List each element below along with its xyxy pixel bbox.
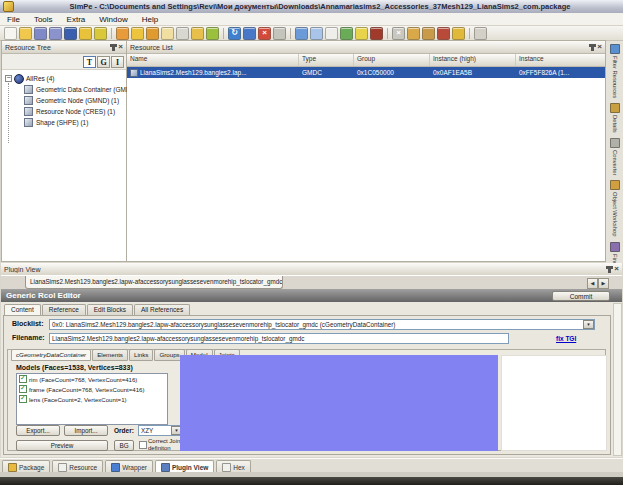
gray-x-icon[interactable]: × — [392, 27, 405, 40]
wand-icon[interactable] — [422, 27, 435, 40]
column-header[interactable]: Instance — [516, 54, 605, 66]
save-icon[interactable] — [34, 27, 47, 40]
sim-browser-icon[interactable] — [243, 27, 256, 40]
resource-tree-title: Resource Tree — [5, 44, 109, 51]
resource-type: GMDC — [299, 69, 354, 76]
dark-red-icon[interactable] — [370, 27, 383, 40]
correct-joint-checkbox[interactable] — [139, 441, 147, 449]
clipboard-icon[interactable] — [295, 27, 308, 40]
close-icon[interactable]: × — [614, 265, 619, 273]
tree-root-label: AllRes (4) — [26, 75, 55, 82]
gmdc-tab[interactable]: Links — [129, 349, 153, 361]
page-blue-icon[interactable] — [310, 27, 323, 40]
resource-group: 0x1C050000 — [354, 69, 430, 76]
refresh-icon[interactable]: ↻ — [228, 27, 241, 40]
package-orange-icon[interactable] — [146, 27, 159, 40]
package-pale-icon[interactable] — [161, 27, 174, 40]
column-header[interactable]: Name — [127, 54, 299, 66]
pin-icon[interactable] — [591, 44, 594, 51]
box-red-icon[interactable] — [437, 27, 450, 40]
toolbar-separator[interactable] — [387, 28, 388, 39]
toolbar-separator[interactable] — [469, 28, 470, 39]
tab-scroll-right-icon[interactable]: ▶ — [598, 278, 609, 289]
preview-button[interactable]: Preview — [16, 440, 108, 451]
pin-icon[interactable] — [112, 44, 115, 51]
delete-icon[interactable]: × — [258, 27, 271, 40]
save-as-icon[interactable] — [49, 27, 62, 40]
model-row[interactable]: rim (FaceCount=768, VertexCount=416) — [17, 374, 167, 384]
page-white-icon[interactable] — [325, 27, 338, 40]
order-label: Order: — [114, 427, 134, 434]
content-tab[interactable]: Reference — [42, 304, 86, 315]
folder-add-icon[interactable] — [94, 27, 107, 40]
plugin-view-document-tab[interactable]: LianaSims2.Mesh129.bangles2.lapw-afacces… — [25, 276, 283, 289]
expander-icon[interactable]: − — [5, 75, 12, 82]
open-file-icon[interactable] — [19, 27, 32, 40]
tree-filter-button[interactable]: G — [97, 56, 110, 68]
tab-scroll-left-icon[interactable]: ◀ — [587, 278, 598, 289]
model-row[interactable]: frame (FaceCount=768, VertexCount=416) — [17, 384, 167, 394]
tree-root-allres[interactable]: − AllRes (4) — [2, 73, 126, 84]
box-green-icon[interactable] — [206, 27, 219, 40]
side-tab-icon — [610, 180, 620, 190]
resource-type-icon — [24, 85, 33, 94]
gmdc-tab[interactable]: Elements — [92, 349, 128, 361]
close-icon[interactable]: × — [118, 43, 123, 51]
fix-tgi-link[interactable]: fix TGI — [556, 335, 576, 342]
table-green-icon[interactable] — [340, 27, 353, 40]
model-preview-area[interactable] — [180, 355, 498, 451]
tree-filter-buttons: TGI — [2, 54, 126, 70]
export-button[interactable]: Export... — [16, 425, 60, 436]
column-header[interactable]: Type — [299, 54, 354, 66]
resource-tree-panel: Resource Tree × TGI − AllRes (4) Geometr… — [1, 40, 127, 262]
open-web-icon[interactable] — [64, 27, 77, 40]
menu-item[interactable]: Extra — [60, 15, 93, 24]
blocklist-dropdown-icon[interactable]: ▼ — [583, 320, 594, 329]
folder-people-icon[interactable] — [407, 27, 420, 40]
content-tab[interactable]: Content — [4, 304, 41, 315]
column-header[interactable]: Instance (high) — [430, 54, 516, 66]
model-row[interactable]: lens (FaceCount=2, VertexCount=1) — [17, 394, 167, 404]
content-tab[interactable]: Edit Blocks — [87, 304, 133, 315]
side-tab-icon — [610, 103, 620, 113]
blocklist-combo[interactable]: 0x0: LianaSims2.Mesh129.bangles2.lapw-af… — [49, 319, 595, 330]
tree-item[interactable]: Shape (SHPE) (1) — [2, 117, 126, 128]
tree-item[interactable]: Geometric Data Container (GMDC) (1) — [2, 84, 126, 95]
tree-item[interactable]: Geometric Node (GMND) (1) — [2, 95, 126, 106]
side-tab-icon — [610, 44, 620, 54]
menu-item[interactable]: Tools — [27, 15, 60, 24]
disabled-tool-icon[interactable] — [474, 27, 487, 40]
toolbar-separator[interactable] — [290, 28, 291, 39]
box-yellow-icon[interactable] — [452, 27, 465, 40]
pin-icon[interactable] — [608, 266, 611, 273]
content-tab[interactable]: All References — [134, 304, 190, 315]
bulb-icon[interactable] — [355, 27, 368, 40]
menu-item[interactable]: Help — [135, 15, 165, 24]
diamond-icon[interactable] — [273, 27, 286, 40]
plugin-view-scrollbar[interactable] — [613, 303, 622, 456]
toolbar-separator[interactable] — [111, 28, 112, 39]
package-icon[interactable] — [116, 27, 129, 40]
menu-item[interactable]: File — [0, 15, 27, 24]
tree-item[interactable]: Resource Node (CRES) (1) — [2, 106, 126, 117]
model-checkbox[interactable] — [19, 375, 27, 383]
close-icon[interactable]: × — [597, 43, 602, 51]
package-gold-icon[interactable] — [191, 27, 204, 40]
column-header[interactable]: Group — [354, 54, 430, 66]
model-checkbox[interactable] — [19, 385, 27, 393]
tree-filter-button[interactable]: T — [83, 56, 96, 68]
resource-row-selected[interactable]: LianaSims2.Mesh129.bangles2.lap... GMDC … — [127, 67, 605, 78]
package-yellow-icon[interactable] — [131, 27, 144, 40]
gmdc-tab[interactable]: cGeometryDataContainer — [11, 349, 91, 361]
filename-input[interactable]: LianaSims2.Mesh129.bangles2.lapw-afacces… — [49, 333, 509, 344]
menu-item[interactable]: Window — [92, 15, 134, 24]
commit-button[interactable]: Commit — [552, 291, 610, 301]
import-button[interactable]: Import... — [64, 425, 108, 436]
tree-filter-button[interactable]: I — [111, 56, 124, 68]
model-checkbox[interactable] — [19, 395, 27, 403]
page-gray-icon[interactable] — [176, 27, 189, 40]
new-file-icon[interactable] — [4, 27, 17, 40]
toolbar-separator[interactable] — [223, 28, 224, 39]
folder-icon[interactable] — [79, 27, 92, 40]
bg-button[interactable]: BG — [114, 440, 134, 451]
